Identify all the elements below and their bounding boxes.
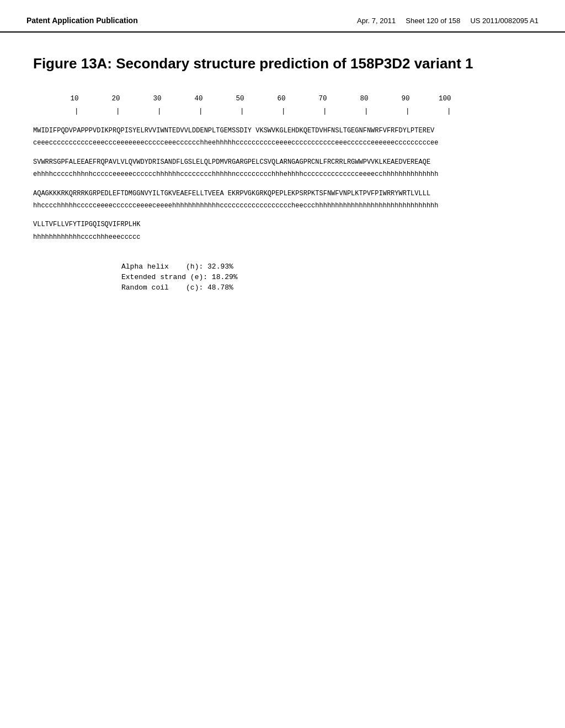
seq-line-1: MWIDIFPQDVPAPPPVDIKPRQPISYELRVVIWNTEDVVL… xyxy=(33,125,532,136)
str-line-3: hhcccchhhhhccccceeeecccccceeeeceeeehhhhh… xyxy=(33,200,532,211)
page-header: Patent Application Publication Apr. 7, 2… xyxy=(0,0,565,33)
ruler-group: 10 20 30 40 50 60 70 80 90 100 | | | | |… xyxy=(33,93,532,118)
publication-label: Patent Application Publication xyxy=(26,15,138,26)
helix-label: Alpha helix xyxy=(121,263,169,271)
sequence-group-1: MWIDIFPQDVPAPPPVDIKPRQPISYELRVVIWNTEDVVL… xyxy=(33,125,532,149)
seq-line-4: VLLTVFLLVFYTIPGQISQVIFRPLHK xyxy=(33,219,532,230)
strand-label: Extended strand xyxy=(121,273,186,281)
sequence-group-4: VLLTVFLLVFYTIPGQISQVIFRPLHK hhhhhhhhhhhh… xyxy=(33,219,532,243)
legend-coil: Random coil (c): 48.78% xyxy=(121,283,532,292)
main-content: Figure 13A: Secondary structure predicti… xyxy=(0,33,565,316)
str-line-1: ceeeccccccccccceeeccceeeeeeeccccceeecccc… xyxy=(33,137,532,148)
ruler-numbers: 10 20 30 40 50 60 70 80 90 100 xyxy=(33,93,532,105)
seq-line-3: AQAGKKKRKQRRRKGRPEDLEFTDMGGNVYILTGKVEAEF… xyxy=(33,188,532,199)
patent-number: US 2011/0082095 A1 xyxy=(470,17,539,25)
sequence-section: 10 20 30 40 50 60 70 80 90 100 | | | | |… xyxy=(33,93,532,243)
sheet-number: Sheet 120 of 158 xyxy=(406,17,460,25)
figure-title: Figure 13A: Secondary structure predicti… xyxy=(33,55,532,73)
page-info: Apr. 7, 2011 Sheet 120 of 158 US 2011/00… xyxy=(357,15,539,27)
coil-label: Random coil xyxy=(121,283,169,292)
publication-date: Apr. 7, 2011 xyxy=(357,17,396,25)
sequence-group-3: AQAGKKKRKQRRRKGRPEDLEFTDMGGNVYILTGKVEAEF… xyxy=(33,188,532,212)
str-line-4: hhhhhhhhhhhhcccchhheeeccccc xyxy=(33,232,532,243)
sequence-group-2: SVWRRSGPFALEEAEFRQPAVLVLQVWDYDRISANDFLGS… xyxy=(33,157,532,180)
legend-helix: Alpha helix (h): 32.93% xyxy=(121,263,532,271)
seq-line-2: SVWRRSGPFALEEAEFRQPAVLVLQVWDYDRISANDFLGS… xyxy=(33,157,532,168)
ruler-ticks: | | | | | | | | | | xyxy=(33,106,532,117)
publication-title: Patent Application Publication xyxy=(26,16,138,25)
legend-section: Alpha helix (h): 32.93% Extended strand … xyxy=(121,263,532,292)
str-line-2: ehhhhccccchhhnhccccceeeeecccccchhhhhhccc… xyxy=(33,169,532,180)
legend-strand: Extended strand (e): 18.29% xyxy=(121,273,532,281)
